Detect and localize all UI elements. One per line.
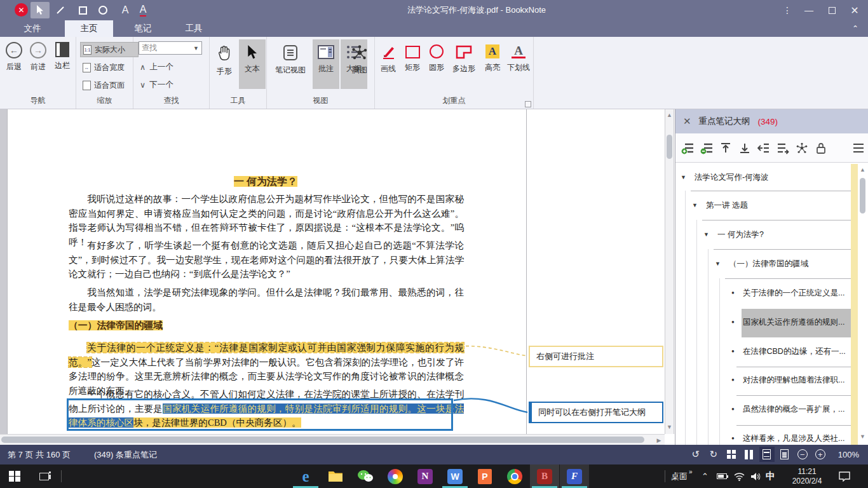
document-vscrollbar[interactable]: ▲ ▼ bbox=[665, 109, 674, 434]
vscroll-up-arrow[interactable]: ▲ bbox=[665, 112, 674, 118]
taskbar-wechat[interactable] bbox=[351, 464, 380, 488]
wifi-icon[interactable] bbox=[734, 464, 745, 488]
rotate-ccw-icon[interactable]: ↺ bbox=[688, 447, 703, 462]
taskbar-onenote[interactable]: N bbox=[410, 464, 440, 488]
collapse-triangle-icon[interactable]: ▼ bbox=[692, 202, 698, 208]
vscroll-down-arrow[interactable]: ▼ bbox=[665, 424, 674, 430]
annotation-note-1[interactable]: 右侧可进行批注 bbox=[529, 346, 663, 367]
zoom-in-icon[interactable]: + bbox=[813, 447, 828, 462]
add-note-icon[interactable] bbox=[681, 141, 694, 154]
underline-tool-button[interactable]: A bbox=[133, 2, 153, 18]
tree-label[interactable]: 第一讲 选题 bbox=[706, 200, 850, 211]
fit-page-button[interactable]: 适合页面 bbox=[80, 78, 139, 93]
document-hscrollbar[interactable]: ▶ bbox=[0, 434, 665, 445]
two-page-view-icon[interactable] bbox=[742, 447, 757, 462]
pen-tool-button[interactable] bbox=[51, 2, 70, 18]
ribbon-pin-icon[interactable] bbox=[525, 101, 531, 107]
thumbnail-grid-icon[interactable] bbox=[724, 447, 739, 462]
back-button[interactable]: ←后退 bbox=[1, 42, 27, 72]
tab-file[interactable]: 文件 bbox=[14, 20, 51, 37]
draw-line-button[interactable]: 画线 bbox=[375, 39, 402, 89]
menu-dots-button[interactable]: ⋮ bbox=[776, 0, 798, 20]
tree-label[interactable]: 关于法律的一个正统定义是... bbox=[743, 288, 850, 299]
collapse-ribbon-chevron[interactable]: ⌃ bbox=[846, 20, 864, 37]
taskbar-browser360[interactable] bbox=[381, 464, 410, 488]
text-tool-button[interactable]: 文本 bbox=[239, 39, 266, 89]
sidebar-button[interactable]: 边栏 bbox=[50, 42, 75, 71]
tree-label[interactable]: 在法律CBD的边缘，还有一... bbox=[743, 346, 850, 357]
continuous-view-icon[interactable] bbox=[759, 447, 775, 462]
rotate-cw-icon[interactable]: ↻ bbox=[706, 447, 721, 462]
taskbar-explorer[interactable] bbox=[321, 464, 350, 488]
tray-expand-button[interactable]: ⌃ bbox=[702, 464, 709, 488]
quick-close-button[interactable]: ✕ bbox=[15, 3, 28, 17]
collapse-triangle-icon[interactable]: ▼ bbox=[703, 231, 709, 238]
outline-scroll-down[interactable]: ▼ bbox=[858, 433, 867, 440]
tab-tool[interactable]: 工具 bbox=[175, 20, 212, 37]
taskbar-chrome[interactable] bbox=[500, 464, 529, 488]
doc-heading-highlight[interactable]: （一）法律帝国的疆域 bbox=[69, 320, 163, 330]
collapse-triangle-icon[interactable]: ▼ bbox=[681, 174, 686, 180]
outdent-icon[interactable] bbox=[757, 141, 770, 154]
single-page-view-icon[interactable] bbox=[777, 447, 792, 462]
fit-width-button[interactable]: ↔适合宽度 bbox=[80, 60, 139, 75]
ime-indicator[interactable]: 中 bbox=[766, 464, 775, 488]
tab-note[interactable]: 笔记 bbox=[125, 20, 161, 37]
tree-label[interactable]: 法学论文写作-何海波 bbox=[695, 172, 850, 183]
taskbar-fences[interactable]: F bbox=[560, 464, 589, 488]
start-button[interactable] bbox=[0, 464, 29, 488]
hl-underline-button[interactable]: A 下划线 bbox=[503, 39, 534, 89]
close-button[interactable]: ✕ bbox=[844, 0, 865, 20]
hl-rect-button[interactable]: 矩形 bbox=[399, 39, 426, 89]
task-view-button[interactable] bbox=[29, 464, 58, 488]
hscroll-right-arrow[interactable]: ▶ bbox=[656, 437, 662, 444]
forward-button[interactable]: →前进 bbox=[25, 42, 51, 72]
annotation-column[interactable]: 右侧可进行批注 同时可以在右侧打开笔记大纲 bbox=[527, 109, 665, 434]
hl-circle-button[interactable]: 圆形 bbox=[423, 39, 450, 89]
actual-size-button[interactable]: 1:1实际大小 bbox=[80, 42, 139, 57]
circle-tool-button[interactable] bbox=[93, 2, 112, 18]
vscroll-thumb[interactable] bbox=[667, 135, 672, 159]
hand-tool-button[interactable]: 手形 bbox=[211, 39, 238, 89]
remove-note-icon[interactable] bbox=[700, 141, 713, 154]
battery-icon[interactable] bbox=[717, 464, 727, 488]
select-tool-button[interactable] bbox=[31, 2, 50, 18]
hl-polygon-button[interactable]: 多边形 bbox=[447, 39, 480, 89]
taskbar-edge[interactable]: e bbox=[291, 464, 320, 488]
outline-scroll-thumb[interactable] bbox=[860, 178, 865, 214]
action-center-icon[interactable] bbox=[839, 464, 850, 488]
mindmap-view-button[interactable]: 脑图 bbox=[346, 39, 374, 89]
tree-label[interactable]: 对法律的理解也随着法律职... bbox=[743, 375, 850, 386]
tab-home[interactable]: 主页 bbox=[65, 20, 113, 37]
taskbar-wps-writer[interactable]: W bbox=[440, 464, 470, 488]
zoom-out-icon[interactable]: − bbox=[795, 447, 810, 462]
collapse-triangle-icon[interactable]: ▼ bbox=[715, 261, 721, 267]
outline-scrollbar[interactable]: ▲ ▼ bbox=[858, 166, 867, 445]
tree-label[interactable]: 虽然法律的概念一再扩展，... bbox=[743, 404, 850, 415]
highlight-tool-button[interactable]: A bbox=[116, 2, 135, 18]
tree-label[interactable]: 国家机关运作所遵循的规则... bbox=[743, 317, 850, 328]
indent-icon[interactable] bbox=[776, 141, 789, 154]
taskbar-bookxnote[interactable]: B bbox=[530, 464, 559, 488]
zoom-level[interactable]: 100% bbox=[838, 450, 859, 459]
find-next-button[interactable]: ∨下一个 bbox=[140, 78, 203, 92]
show-desktop-label[interactable]: 桌面» bbox=[671, 464, 691, 488]
move-up-icon[interactable] bbox=[719, 141, 732, 154]
tree-label[interactable]: 这样看来，凡是涉及人类社... bbox=[743, 433, 850, 444]
hl-highlight-button[interactable]: A 高亮 bbox=[479, 39, 506, 89]
volume-icon[interactable] bbox=[750, 464, 761, 488]
doc-title-highlight[interactable]: 一 何为法学？ bbox=[234, 176, 297, 187]
maximize-button[interactable] bbox=[821, 0, 843, 20]
hscroll-thumb[interactable] bbox=[1, 437, 644, 443]
outline-menu-icon[interactable] bbox=[851, 141, 865, 154]
annotation-note-2[interactable]: 同时可以在右侧打开笔记大纲 bbox=[529, 402, 663, 423]
outline-close-icon[interactable]: ✕ bbox=[683, 116, 691, 127]
minimize-button[interactable]: — bbox=[798, 0, 820, 20]
move-down-icon[interactable] bbox=[738, 141, 751, 154]
mindmap-node-icon[interactable] bbox=[795, 141, 808, 154]
rect-tool-button[interactable] bbox=[73, 2, 92, 18]
find-prev-button[interactable]: ∧上一个 bbox=[140, 60, 203, 74]
note-view-button[interactable]: 笔记视图 bbox=[269, 39, 311, 89]
find-combobox[interactable]: 查找▼ bbox=[139, 41, 202, 55]
tree-label[interactable]: （一）法律帝国的疆域 bbox=[729, 259, 850, 269]
